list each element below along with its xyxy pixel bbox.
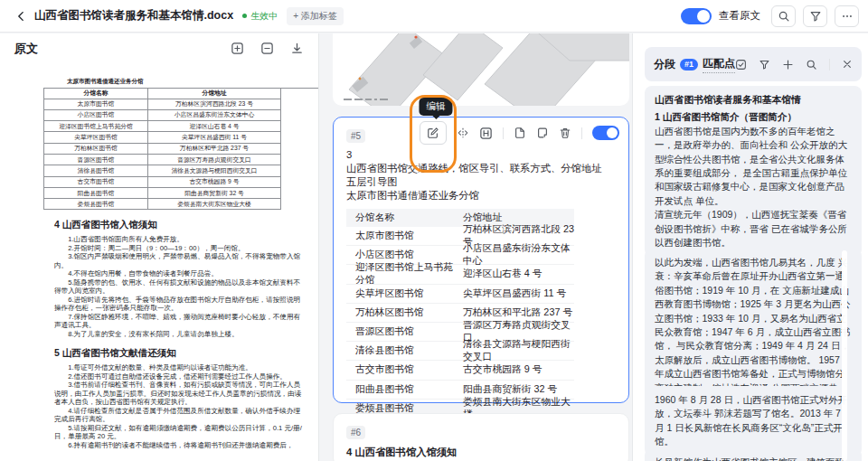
- doc-list-item: 5.请按期归还文献，如有逾期须缴纳逾期费，逾期费以公历日计算，0.1 元/册/日…: [54, 424, 304, 441]
- branch-address-cell: 小店区昌盛东街汾东文体中心: [454, 246, 574, 265]
- multi-select-button[interactable]: [735, 59, 747, 71]
- split-button[interactable]: [457, 127, 469, 139]
- edit-button[interactable]: [420, 121, 447, 145]
- doc-table-caption: 太原市图书通借通还业务分馆: [67, 78, 318, 86]
- segment-table-header: 分馆名称: [346, 209, 454, 227]
- segment-text-line: 3: [346, 148, 616, 162]
- doc-list-item: 4.不得在馆内用餐，自带食物的读者到餐厅品尝。: [54, 269, 304, 278]
- match-point-tab[interactable]: 匹配点: [703, 56, 735, 73]
- back-button[interactable]: [11, 6, 31, 26]
- branch-address-cell: 万柏林区滨河西路北段 23 号: [148, 99, 281, 110]
- doc-table-header: 分馆名称: [44, 89, 148, 99]
- filter-icon: [759, 59, 770, 71]
- floor-map-card[interactable]: [333, 33, 629, 106]
- match-card-subtitle: 1 山西省图书馆简介（晋图简介）: [655, 110, 852, 124]
- toggle-knob: [607, 127, 618, 138]
- edit-icon: [427, 127, 439, 139]
- zoom-in-icon: [231, 42, 244, 55]
- match-card-4[interactable]: 长风新馆作为山西省图书馆主馆区，建筑面积 5: [645, 448, 862, 461]
- top-bar: 山西省图书馆读者服务和基本馆情.docx 生效中 + 添加标签 查看原文: [0, 0, 868, 33]
- search-button[interactable]: [771, 5, 796, 27]
- segment-text-line: 五层引导图: [346, 175, 616, 189]
- segment-id-badge: #5: [346, 129, 365, 143]
- branch-name-cell: 太原市图书馆: [346, 227, 454, 246]
- branch-address-cell: 古交市桃园路 9 号: [148, 177, 281, 188]
- heading-icon: [479, 127, 493, 140]
- match-card-2[interactable]: 以此为发端，山西省图书馆几易其名，几度 兴衰：辛亥革命后曾在原址开办山西省立第一…: [645, 249, 862, 402]
- branch-address-cell: 迎泽区山右巷 4 号: [454, 265, 574, 284]
- branch-name-cell: 晋源区图书馆: [44, 155, 148, 165]
- merge-button[interactable]: [514, 127, 526, 139]
- segment-tab-label: 分段: [654, 57, 675, 72]
- branch-name-cell: 万柏林区图书馆: [44, 144, 148, 155]
- map-marker-icon: [414, 35, 417, 38]
- zoom-out-icon: [260, 42, 274, 55]
- view-original-label: 查看原文: [719, 9, 760, 23]
- doc-list-item: 2.开馆时间：周二—周日（9：00—19：00），周一闭馆。: [54, 244, 304, 253]
- doc-table-header: 分馆地址: [148, 89, 281, 99]
- paragraph: 山西省图书馆是国内为数不多的百年老馆之一，是政府举办的、面向社会和 公众开放的大…: [655, 125, 852, 208]
- filter-button[interactable]: [759, 59, 770, 71]
- delete-icon: [559, 127, 571, 139]
- segment-id-badge: #6: [346, 426, 365, 439]
- segment-card-6[interactable]: #6 4 山西省图书馆入馆须知 1.山西省图书馆面向所有人免费开放。: [333, 413, 629, 461]
- toolbar-divider: [581, 127, 582, 139]
- more-button[interactable]: [835, 5, 859, 27]
- branch-address-cell: 迎泽区山右巷 4 号: [148, 121, 281, 132]
- header-divider: [829, 59, 830, 71]
- add-button[interactable]: [782, 59, 794, 71]
- original-doc-panel: 原文 太原市图书通借通还业务分馆 分馆名称 分馆地址 太原市图书馆 万柏林区滨河…: [0, 33, 319, 461]
- status-badge: 生效中: [242, 10, 278, 23]
- branch-name-cell: 古交市图书馆: [346, 361, 454, 380]
- doc-list-item: 3.借书前请仔细检查书刊、音像资料，如有污损或缺页等情况，可向工作人员说明，由工…: [54, 381, 304, 407]
- branch-address-cell: 小店区昌盛东街汾东文体中心: [148, 110, 281, 121]
- floor-map-image: [333, 33, 629, 106]
- zoom-in-button[interactable]: [230, 42, 244, 56]
- download-icon: [290, 42, 304, 55]
- map-marker-icon: [359, 78, 362, 80]
- plus-icon: [782, 59, 794, 71]
- segment-text-line: 山西省图书馆交通路线，馆区导引、联系方式、分馆地址: [346, 162, 616, 175]
- toolbar-divider: [503, 127, 504, 139]
- note-icon: [536, 127, 549, 139]
- doc-list-item: 6.持有逾期书刊的读者不能继续借书，待将逾期书刊归还并缴纳逾期费后，: [54, 441, 304, 450]
- branch-name-cell: 阳曲县图书馆: [44, 188, 148, 199]
- doc-list-item: 4.请仔细检查所借文献是否属于外借范围及所借文献数量，确认外借手续办理完成后再行…: [54, 407, 304, 424]
- heading-button[interactable]: [479, 127, 493, 140]
- toggle-knob: [697, 10, 710, 23]
- segment-enabled-toggle[interactable]: [592, 126, 619, 140]
- document-preview: 太原市图书通借通还业务分馆 分馆名称 分馆地址 太原市图书馆 万柏林区滨河西路北…: [0, 63, 318, 450]
- branch-address-cell: 娄烦县南大街东区物业大楼: [148, 199, 281, 210]
- status-dot-icon: [242, 14, 247, 18]
- match-card-1[interactable]: 山西省图书馆读者服务和基本馆情 1 山西省图书馆简介（晋图简介） 山西省图书馆是…: [645, 86, 862, 257]
- branch-address-cell: 尖草坪区昌盛西街 11 号: [454, 285, 574, 304]
- segment-count-badge: #1: [680, 59, 698, 71]
- branch-name-cell: 晋源区图书馆: [346, 323, 454, 342]
- note-button[interactable]: [536, 127, 549, 139]
- delete-button[interactable]: [559, 127, 571, 139]
- segment-text-line: 太原市图书通借通还业务分馆: [346, 189, 616, 202]
- close-button[interactable]: [842, 59, 853, 70]
- branch-address-cell: 清徐县文源路与梗阳西街交叉口: [454, 342, 574, 361]
- add-tag-button[interactable]: + 添加标签: [287, 7, 344, 25]
- branch-name-cell: 清徐县图书馆: [346, 342, 454, 361]
- doc-section4-list: 1.山西省图书馆面向所有人免费开放。2.开馆时间：周二—周日（9：00—19：0…: [54, 235, 304, 338]
- filter-button[interactable]: [803, 5, 827, 27]
- doc-list-item: 3.馆区内严禁吸烟和使用明火，严禁带易燃、易爆品入馆，不得将宠物带入馆内。: [54, 252, 304, 269]
- scrollbar-thumb[interactable]: [842, 250, 847, 461]
- segment-card-5[interactable]: #5 编辑 3山西省图书馆交通路线，馆区导引、联系方式、分馆地址五层引导: [333, 117, 629, 403]
- doc-list-item: 2.借还图书可通过自助借还设备完成，借还期刊需要经过工作人员操作。: [54, 372, 304, 381]
- download-button[interactable]: [289, 42, 304, 56]
- segment-text-line: 4 山西省图书馆入馆须知: [346, 446, 616, 459]
- segment-toolbar: 编辑: [420, 120, 619, 146]
- view-original-toggle[interactable]: [681, 8, 712, 24]
- branch-name-cell: 迎泽区图书馆上马书苑分馆: [346, 265, 454, 284]
- doc-list-item: 7.保持馆区静雅环境，不喧哗、嬉戏，搬动阅览座椅时要小心轻放，不使用有声通讯工具…: [54, 313, 304, 330]
- match-panel-header: 分段 #1 匹配点: [645, 47, 862, 81]
- branch-name-cell: 迎泽区图书馆上马书苑分馆: [44, 121, 148, 132]
- zoom-out-button[interactable]: [259, 42, 274, 56]
- merge-icon: [514, 127, 526, 139]
- paragraph: 清宣统元年（1909），山西巡抚宝棻奏《晋省创设图书馆折》中称，晋省 已在省城学…: [655, 208, 852, 249]
- match-card-3[interactable]: 1960 年 8 月 28 日，山西省图书馆正式对外开放，文坛泰斗 郭沫若题写了…: [645, 386, 862, 456]
- search-button[interactable]: [806, 59, 817, 71]
